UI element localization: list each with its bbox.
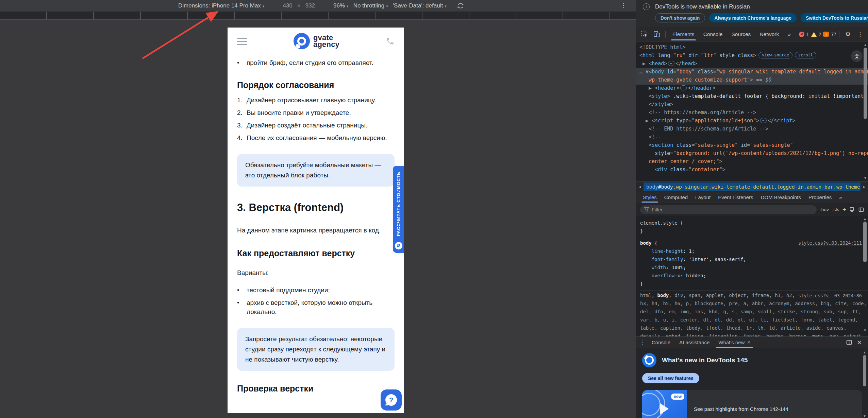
code-line[interactable]: style="background: url('/wp-content/uplo…: [639, 150, 868, 158]
scrollbar-thumb[interactable]: [863, 355, 866, 386]
zoom-select[interactable]: 96%▾: [333, 2, 349, 9]
scrollbar-thumb[interactable]: [864, 48, 867, 119]
tab-dom-breakpoints[interactable]: DOM Breakpoints: [757, 192, 804, 203]
close-tab-icon[interactable]: ✕: [747, 340, 751, 345]
code-line[interactable]: }: [640, 280, 868, 289]
code-line[interactable]: wp-theme-gvate customize-support"> == $0: [636, 76, 868, 85]
scroll-down-icon[interactable]: ▼: [864, 176, 866, 180]
code-line[interactable]: del, dfn, em, img, ins, kbd, q, s, samp,…: [640, 309, 868, 317]
code-line[interactable]: table, caption, tbody, tfoot, thead, tr,…: [640, 325, 868, 333]
scroll-down-icon[interactable]: ▼: [864, 328, 866, 332]
toggle-classes-button[interactable]: .cls: [832, 207, 839, 212]
scroll-up-icon[interactable]: ▲: [863, 350, 866, 354]
scroll-down-icon[interactable]: ▼: [863, 414, 866, 418]
dom-breadcrumb: ◀ body#body.wp-singular.wiki-template-de…: [636, 181, 868, 192]
close-devtools-icon[interactable]: ✕: [867, 29, 868, 39]
tab-sources[interactable]: Sources: [728, 27, 755, 41]
code-line[interactable]: center center / cover;">: [639, 158, 868, 166]
devtools-menu-icon[interactable]: ⋮: [854, 29, 866, 39]
hamburger-menu-icon[interactable]: [237, 38, 247, 45]
calculate-cost-ribbon[interactable]: РАССЧИТАТЬ СТОИМОСТЬ ₽: [393, 166, 404, 253]
tab-styles[interactable]: Styles: [639, 192, 660, 203]
code-line[interactable]: }: [640, 228, 868, 236]
code-line[interactable]: line-height: 1;: [640, 248, 868, 256]
tab-network[interactable]: Network: [755, 27, 783, 41]
site-logo[interactable]: gvate agency: [294, 33, 339, 49]
code-line[interactable]: ▶ <header>⋯</header>: [639, 85, 868, 93]
styles-scrollbar[interactable]: ▲ ▼: [863, 217, 867, 332]
code-line[interactable]: </div>: [639, 180, 868, 181]
see-all-features-button[interactable]: See all new features: [642, 373, 699, 383]
tab-console[interactable]: Console: [699, 27, 727, 41]
code-line[interactable]: h3, h4, h5, h6, p, blockquote, pre, a, a…: [640, 300, 868, 309]
device-toolbar-menu-icon[interactable]: ⋮: [620, 1, 627, 9]
throttling-select[interactable]: No throttling▾: [353, 2, 388, 9]
code-line[interactable]: </style>: [639, 101, 868, 109]
breadcrumb-right-icon[interactable]: ▶: [861, 185, 868, 189]
switch-to-russian-button[interactable]: Switch DevTools to Russian: [801, 13, 868, 22]
viewport-width-input[interactable]: 430: [283, 2, 292, 9]
code-line[interactable]: <html lang="ru" dir="ltr" style class>vi…: [639, 52, 868, 60]
code-line[interactable]: … ▼<body id="body" class="wp-singular wi…: [636, 68, 868, 76]
device-toolbar-toggle-icon[interactable]: [651, 29, 663, 39]
tab-properties[interactable]: Properties: [805, 192, 835, 203]
code-line[interactable]: ▶ <script type="application/ld+json">⋯</…: [639, 117, 868, 125]
code-line[interactable]: width: 100%;: [640, 264, 868, 272]
rendering-emulation-icon[interactable]: [850, 207, 855, 212]
accessibility-icon[interactable]: [851, 50, 863, 62]
code-line[interactable]: <div class="container">: [639, 166, 868, 174]
code-line[interactable]: <section class="sales-single" id="sales-…: [639, 142, 868, 150]
tab-event-listeners[interactable]: Event Listeners: [715, 192, 756, 203]
code-line[interactable]: <!-- https://schema.org/Article -->: [639, 109, 868, 117]
reset-style-rule[interactable]: style.css?v….03.2024:86 html, body, div,…: [640, 291, 868, 336]
close-drawer-icon[interactable]: ✕: [857, 339, 862, 346]
tab-layout[interactable]: Layout: [692, 192, 714, 203]
scrollbar-thumb[interactable]: [863, 222, 867, 262]
code-line[interactable]: details, embed, figure, figcaption, foot…: [640, 333, 868, 336]
body-style-rule[interactable]: style.css?v…03.2024:111 body { line-heig…: [640, 238, 868, 291]
code-line[interactable]: <!--: [639, 134, 868, 142]
inspect-element-icon[interactable]: [639, 29, 650, 39]
tab-computed[interactable]: Computed: [661, 192, 691, 203]
dimensions-select[interactable]: Dimensions: iPhone 14 Pro Max▾: [178, 2, 264, 9]
code-line[interactable]: <style> .wiki-template-default footer { …: [639, 93, 868, 101]
new-style-rule-icon[interactable]: +: [842, 206, 846, 213]
code-line[interactable]: overflow-x: hidden;: [640, 272, 868, 280]
save-data-select[interactable]: 'Save-Data': default▾: [393, 2, 447, 9]
drawer-tab-whats-new[interactable]: What's new ✕: [714, 337, 755, 348]
drawer-scrollbar[interactable]: ▲ ▼: [862, 350, 867, 418]
drawer-menu-icon[interactable]: ⋮: [639, 339, 647, 346]
code-line[interactable]: <!-- END https://schema.org/Article -->: [639, 125, 868, 134]
rotate-viewport-icon[interactable]: [457, 2, 464, 10]
past-highlights-card[interactable]: new See past highlights from Chrome 142-…: [642, 390, 862, 418]
breadcrumb-left-icon[interactable]: ◀: [636, 185, 644, 189]
styles-filter-input[interactable]: Filter: [640, 205, 817, 214]
toggle-hover-state-button[interactable]: :hov: [820, 207, 829, 212]
elements-scrollbar[interactable]: ▲ ▼: [863, 43, 868, 180]
breadcrumb-selected-node[interactable]: body#body.wp-singular.wiki-template-defa…: [644, 182, 861, 191]
settings-gear-icon[interactable]: ⚙: [842, 29, 854, 39]
code-line[interactable]: var, b, u, i, center, dl, dt, dd, ol, ul…: [640, 317, 868, 325]
stylesheet-link[interactable]: style.css?v…03.2024:111: [798, 240, 862, 246]
more-sidebar-tabs-icon[interactable]: »: [836, 192, 845, 203]
stylesheet-link[interactable]: style.css?v….03.2024:86: [798, 293, 862, 298]
code-line[interactable]: font-family: 'Inter', sans-serif;: [640, 256, 868, 264]
code-line[interactable]: ▶ <head>⋯</head>: [639, 60, 868, 68]
scroll-up-icon[interactable]: ▲: [864, 217, 866, 221]
tab-elements[interactable]: Elements: [668, 27, 699, 41]
chat-widget-button[interactable]: ?: [381, 389, 402, 411]
dont-show-again-button[interactable]: Don't show again: [655, 13, 705, 22]
element-style-rule[interactable]: element.style {}: [640, 218, 868, 238]
scroll-up-icon[interactable]: ▲: [864, 43, 866, 47]
viewport-height-input[interactable]: 932: [305, 2, 315, 9]
more-tabs-icon[interactable]: »: [784, 27, 795, 41]
match-language-button[interactable]: Always match Chrome's language: [709, 13, 797, 22]
sidebar-layout-icon[interactable]: [858, 207, 864, 212]
drawer-tab-ai-assistance[interactable]: AI assistance: [675, 337, 714, 348]
drawer-tab-console[interactable]: Console: [648, 337, 674, 348]
code-line[interactable]: <!DOCTYPE html>: [639, 44, 868, 52]
console-status-badges[interactable]: ✕ 1 2 ! 77: [799, 32, 836, 37]
phone-icon[interactable]: [386, 37, 395, 46]
code-line[interactable]: element.style {: [640, 220, 868, 228]
split-panel-icon[interactable]: [846, 340, 852, 345]
